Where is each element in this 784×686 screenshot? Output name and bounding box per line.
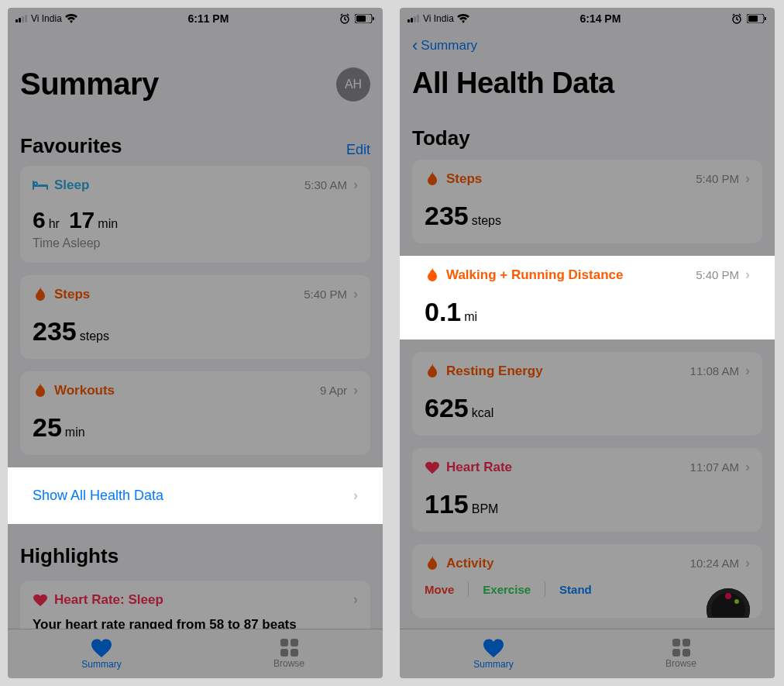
all-health-content: ‹ Summary All Health Data Today Steps 5:…	[400, 29, 775, 629]
flame-icon	[425, 267, 440, 283]
alarm-icon	[339, 13, 350, 24]
hr-time: 11:07 AM	[690, 460, 739, 474]
hr-value: 115	[425, 489, 469, 519]
workouts-label: Workouts	[54, 383, 115, 398]
chevron-right-icon: ›	[745, 171, 750, 187]
chevron-right-icon: ›	[745, 555, 750, 571]
phone-summary: Vi India 6:11 PM Summary AH Favourites E…	[8, 8, 383, 678]
resting-energy-card[interactable]: Resting Energy 11:08 AM › 625 kcal	[412, 352, 762, 436]
tab-browse-label: Browse	[665, 658, 696, 669]
activity-card[interactable]: Activity 10:24 AM › Move Exercise Stand	[412, 544, 762, 618]
workouts-unit: min	[65, 426, 85, 440]
back-label: Summary	[421, 38, 477, 53]
resting-unit: kcal	[472, 406, 493, 420]
svg-rect-8	[407, 19, 410, 22]
battery-icon	[747, 14, 767, 23]
tab-summary[interactable]: Summary	[8, 629, 195, 678]
tab-bar: Summary Browse	[8, 629, 383, 678]
clock: 6:14 PM	[579, 12, 621, 25]
heart-icon	[483, 639, 504, 657]
tab-bar: Summary Browse	[400, 629, 775, 678]
flame-icon	[33, 287, 48, 302]
stand-label: Stand	[559, 583, 592, 596]
avatar[interactable]: AH	[336, 67, 370, 102]
steps-unit: steps	[472, 214, 501, 228]
show-all-label: Show All Health Data	[33, 488, 163, 504]
page-title: All Health Data	[412, 67, 762, 100]
svg-rect-15	[765, 17, 766, 20]
back-button[interactable]: ‹ Summary	[412, 29, 762, 59]
signal-icon	[407, 15, 420, 22]
move-label: Move	[425, 583, 454, 596]
alarm-icon	[731, 13, 742, 24]
flame-icon	[425, 556, 440, 571]
page-title: Summary	[20, 67, 159, 102]
wifi-icon	[65, 14, 77, 23]
distance-label: Walking + Running Distance	[446, 267, 623, 283]
hr-sleep-label: Heart Rate: Sleep	[54, 592, 163, 608]
steps-label: Steps	[446, 171, 482, 187]
heart-rate-card[interactable]: Heart Rate 11:07 AM › 115 BPM	[412, 448, 762, 532]
workouts-time: 9 Apr	[320, 384, 347, 397]
steps-time: 5:40 PM	[304, 288, 347, 301]
heart-icon	[91, 639, 112, 657]
status-bar: Vi India 6:11 PM	[8, 8, 383, 29]
chevron-right-icon: ›	[353, 177, 358, 193]
battery-icon	[355, 14, 375, 23]
chevron-right-icon: ›	[745, 363, 750, 379]
svg-rect-3	[25, 15, 27, 22]
wifi-icon	[457, 14, 469, 23]
grid-icon	[672, 639, 690, 657]
tab-browse[interactable]: Browse	[587, 629, 775, 678]
summary-content: Summary AH Favourites Edit Sleep 5:30 AM…	[8, 29, 383, 629]
heart-rate-sleep-card[interactable]: Heart Rate: Sleep › Your heart rate rang…	[20, 581, 370, 629]
svg-rect-6	[356, 16, 366, 22]
chevron-right-icon: ›	[353, 591, 358, 608]
chevron-right-icon: ›	[745, 267, 750, 283]
svg-rect-14	[748, 16, 758, 22]
svg-rect-0	[15, 19, 18, 22]
steps-label: Steps	[54, 287, 90, 302]
bed-icon	[33, 178, 48, 193]
tab-summary[interactable]: Summary	[400, 629, 587, 678]
heart-icon	[33, 592, 48, 608]
sleep-label: Sleep	[54, 178, 89, 193]
steps-unit: steps	[80, 329, 109, 343]
steps-card[interactable]: Steps 5:40 PM › 235 steps	[412, 160, 762, 243]
resting-time: 11:08 AM	[690, 364, 739, 377]
workouts-card[interactable]: Workouts 9 Apr › 25 min	[20, 371, 370, 455]
svg-rect-2	[22, 16, 24, 22]
exercise-label: Exercise	[483, 583, 531, 596]
tab-browse-label: Browse	[273, 658, 304, 669]
clock: 6:11 PM	[187, 12, 229, 25]
walking-running-distance-card[interactable]: Walking + Running Distance 5:40 PM › 0.1…	[412, 256, 762, 340]
steps-time: 5:40 PM	[696, 172, 739, 185]
status-bar: Vi India 6:14 PM	[400, 8, 775, 29]
chevron-right-icon: ›	[353, 488, 358, 504]
activity-time: 10:24 AM	[690, 557, 739, 570]
hr-unit: BPM	[472, 502, 499, 516]
distance-time: 5:40 PM	[696, 268, 739, 281]
highlights-heading: Highlights	[20, 544, 370, 568]
sleep-card[interactable]: Sleep 5:30 AM › 6 hr 17 min Time Asleep	[20, 166, 370, 263]
phone-all-health-data: Vi India 6:14 PM ‹ Summary All Health Da…	[400, 8, 775, 678]
flame-icon	[425, 364, 440, 379]
hr-label: Heart Rate	[446, 460, 512, 475]
tab-browse[interactable]: Browse	[195, 629, 383, 678]
svg-rect-9	[411, 18, 413, 22]
svg-rect-11	[417, 15, 419, 22]
grid-icon	[280, 639, 298, 657]
heart-icon	[425, 460, 440, 475]
carrier-label: Vi India	[423, 13, 454, 24]
carrier-label: Vi India	[31, 13, 62, 24]
show-all-health-data-button[interactable]: Show All Health Data ›	[20, 474, 370, 518]
sleep-sub: Time Asleep	[33, 236, 358, 250]
steps-card[interactable]: Steps 5:40 PM › 235 steps	[20, 275, 370, 359]
chevron-right-icon: ›	[745, 459, 750, 475]
flame-icon	[33, 383, 48, 398]
resting-label: Resting Energy	[446, 364, 543, 379]
edit-link[interactable]: Edit	[346, 142, 370, 158]
sleep-time: 5:30 AM	[304, 178, 347, 191]
svg-rect-10	[414, 16, 416, 22]
chevron-right-icon: ›	[353, 382, 358, 398]
